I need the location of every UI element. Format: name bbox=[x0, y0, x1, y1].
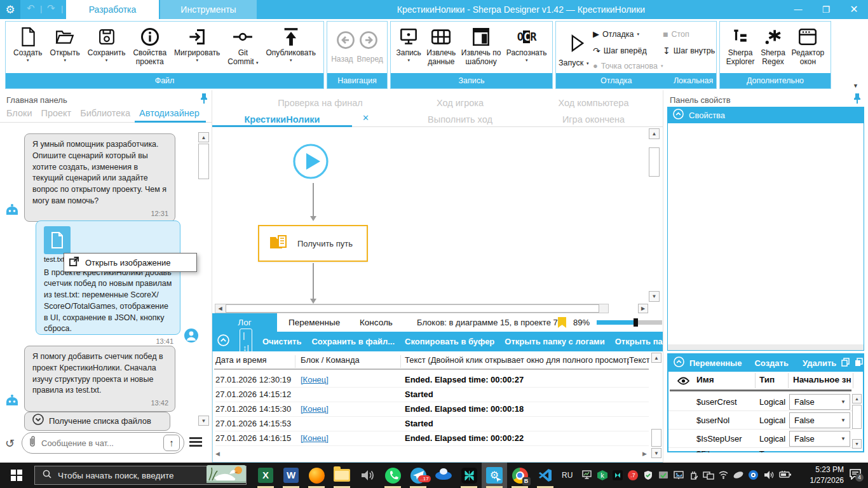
log-scroll-up[interactable]: ▲ bbox=[651, 353, 661, 363]
extract-data-button[interactable]: Извлечьданные bbox=[426, 24, 456, 66]
chat-scroll-thumb[interactable] bbox=[198, 144, 209, 179]
pin-icon[interactable] bbox=[853, 93, 862, 107]
pin-icon[interactable] bbox=[200, 93, 208, 107]
taskbar-chrome-icon[interactable]: B bbox=[507, 463, 532, 488]
diagram-tab-player-move[interactable]: Ход игрока bbox=[403, 95, 517, 111]
log-col-text[interactable]: Текст (Двойной клик открывает окно для п… bbox=[405, 355, 645, 368]
taskbar-firefox-icon[interactable] bbox=[304, 463, 329, 488]
log-row[interactable]: 27.01.2026 14:16:15 [Конец] Ended. Elaps… bbox=[215, 431, 649, 446]
taskbar-word-icon[interactable]: W bbox=[278, 463, 304, 488]
ribbon-collapse-icon[interactable]: ▼ bbox=[853, 83, 858, 89]
col-initial-value[interactable]: Начальное зн bbox=[793, 375, 851, 384]
close-button[interactable]: ✕ bbox=[840, 0, 868, 19]
back-icon[interactable] bbox=[336, 30, 355, 52]
zoom-slider-rest[interactable] bbox=[638, 320, 662, 325]
undo-icon[interactable]: ↶ bbox=[27, 3, 35, 14]
taskbar-whatsapp-icon[interactable] bbox=[380, 463, 405, 488]
taskbar-mail-icon[interactable] bbox=[431, 463, 456, 488]
col-type[interactable]: Тип bbox=[759, 375, 775, 384]
canvas-scroll-down[interactable]: ▼ bbox=[649, 291, 660, 302]
diagram-tab-computer-move[interactable]: Ход компьютера bbox=[530, 95, 657, 111]
variable-delete-button[interactable]: Удалить bbox=[803, 358, 836, 368]
initial-value-select[interactable]: False▼ bbox=[789, 394, 850, 410]
migrate-button[interactable]: Мигрировать▾ bbox=[174, 24, 220, 63]
canvas-hscroll-track[interactable]: ◀ bbox=[215, 304, 609, 313]
canvas-scroll-left[interactable]: ◀ bbox=[215, 304, 225, 313]
forward-button[interactable]: Вперед bbox=[357, 55, 383, 64]
taskbar-butterfly-icon[interactable] bbox=[456, 463, 482, 488]
vars-scroll-down[interactable]: ▼ bbox=[852, 439, 862, 449]
tray-butterfly-icon[interactable] bbox=[613, 470, 623, 480]
tab-project[interactable]: Проект bbox=[41, 108, 71, 118]
step-into-button[interactable]: ↧ Шаг внутрь bbox=[663, 46, 715, 56]
notification-center-button[interactable]: 4 bbox=[849, 468, 862, 482]
window-editor-button[interactable]: Редакторокон bbox=[792, 24, 825, 66]
save-button[interactable]: Сохранить▾ bbox=[88, 24, 126, 63]
debug-mode-label[interactable]: Локальная bbox=[674, 76, 713, 85]
taskbar-search-box[interactable]: Чтобы начать поиск, введите bbox=[34, 466, 247, 485]
taskbar-sherpa-icon-active[interactable]: ⚙ bbox=[482, 463, 507, 488]
project-properties-button[interactable]: Свойствапроекта bbox=[133, 24, 166, 66]
ribbon-tab-tools[interactable]: Инструменты bbox=[160, 0, 257, 19]
variable-row[interactable]: $userNol Logical False▼ bbox=[668, 411, 853, 430]
taskbar-explorer-icon[interactable] bbox=[329, 463, 355, 488]
chat-input[interactable] bbox=[41, 438, 158, 448]
extract-by-template-button[interactable]: Извлечь пошаблону bbox=[461, 24, 501, 66]
stop-button[interactable]: ■ Стоп bbox=[663, 29, 689, 39]
clock[interactable]: 5:23 PM 1/27/2026 bbox=[797, 464, 844, 486]
run-button[interactable]: Запуск▾ bbox=[559, 58, 589, 67]
forward-icon[interactable] bbox=[359, 30, 378, 52]
tab-console[interactable]: Консоль bbox=[360, 313, 393, 332]
breakpoint-button[interactable]: ● Точка останова▾ bbox=[593, 61, 663, 71]
tray-eye-icon[interactable] bbox=[749, 470, 758, 480]
chat-menu-button[interactable] bbox=[189, 435, 202, 449]
canvas-scroll-thumb[interactable] bbox=[649, 147, 660, 177]
vars-scroll-up[interactable]: ▲ bbox=[852, 394, 862, 403]
log-scroll-thumb[interactable] bbox=[651, 429, 661, 447]
visibility-eye-icon[interactable] bbox=[677, 376, 689, 388]
paste-icon[interactable] bbox=[855, 358, 863, 369]
variable-create-button[interactable]: Создать bbox=[754, 358, 788, 368]
initial-value-select[interactable]: False▼ bbox=[789, 431, 850, 447]
tab-close-icon[interactable]: ✕ bbox=[362, 113, 369, 123]
log-save-button[interactable]: Сохранить в файл... bbox=[311, 337, 395, 346]
col-name[interactable]: Имя bbox=[696, 375, 714, 384]
ribbon-tab-development[interactable]: Разработка bbox=[66, 0, 159, 19]
minimize-button[interactable]: — bbox=[784, 0, 812, 19]
settings-gear-icon[interactable]: ⚙ bbox=[0, 0, 20, 19]
debug-button[interactable]: ▶ Отладка▾ bbox=[593, 29, 639, 39]
log-scroll-down[interactable]: ▼ bbox=[651, 448, 661, 458]
tab-variables[interactable]: Переменные bbox=[288, 313, 340, 332]
history-icon[interactable]: ↺ bbox=[5, 437, 15, 451]
flow-start-node[interactable] bbox=[292, 143, 329, 182]
collapse-variables-icon[interactable] bbox=[674, 356, 684, 370]
collapse-properties-icon[interactable] bbox=[673, 109, 684, 122]
tray-usb-icon[interactable] bbox=[689, 470, 698, 480]
tray-screenshot-icon[interactable] bbox=[674, 470, 684, 480]
tab-blocks[interactable]: Блоки bbox=[6, 108, 32, 118]
tray-kaspersky-icon[interactable]: k bbox=[597, 470, 607, 480]
paperclip-icon[interactable] bbox=[29, 435, 36, 451]
tab-library[interactable]: Библиотека bbox=[80, 108, 130, 118]
variable-row-partial[interactable]: $Fil Те bbox=[668, 448, 853, 452]
initial-value-select[interactable]: False▼ bbox=[789, 412, 850, 428]
log-copy-button[interactable]: Скопировать в буфер bbox=[405, 337, 494, 346]
git-commit-button[interactable]: Git Commit ▾ bbox=[227, 24, 258, 66]
zoom-slider-thumb[interactable] bbox=[634, 318, 638, 327]
log-row[interactable]: 27.01.2026 14:15:12 Started bbox=[215, 388, 649, 402]
redo-icon[interactable]: ↷ bbox=[47, 3, 55, 14]
chat-scroll-down[interactable]: ▼ bbox=[198, 416, 209, 426]
bookmark-icon[interactable] bbox=[558, 317, 566, 330]
tray-mouse-icon[interactable] bbox=[733, 470, 743, 478]
sherpa-regex-button[interactable]: SherpaRegex bbox=[761, 24, 785, 66]
log-row[interactable]: 27.01.2026 14:15:53 Started bbox=[215, 417, 649, 431]
tray-defender-icon[interactable] bbox=[643, 470, 653, 480]
variable-row[interactable]: $IsStepUser Logical False▼ bbox=[668, 430, 853, 448]
tray-monitors-icon[interactable] bbox=[703, 470, 714, 480]
collapse-panel-icon[interactable] bbox=[217, 334, 229, 349]
taskbar-speaker-icon[interactable] bbox=[355, 463, 380, 488]
attached-file-tile[interactable] bbox=[44, 226, 71, 254]
tray-update-check-icon[interactable] bbox=[658, 470, 668, 480]
tab-autodesigner[interactable]: Автодизайнер bbox=[139, 108, 200, 118]
diagram-tab-check-final[interactable]: Проверка на финал bbox=[250, 95, 390, 111]
